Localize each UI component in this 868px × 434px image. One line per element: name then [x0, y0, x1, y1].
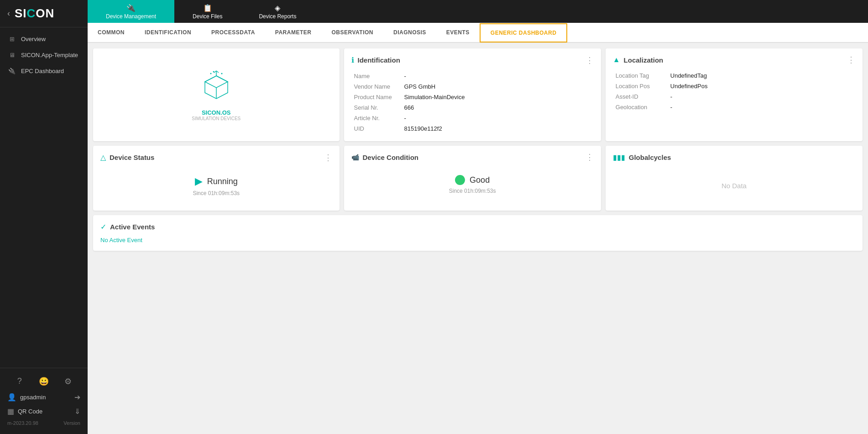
device-image-card: SICON.OS SIMULATION DEVICES [93, 48, 340, 141]
sidebar-item-sicon-app[interactable]: 🖥 SICON.App-Template [0, 47, 88, 63]
loc-field-label: Asset-ID [613, 91, 668, 102]
sidebar-nav: ⊞ Overview 🖥 SICON.App-Template 🔌 EPC Da… [0, 27, 88, 368]
loc-field-label: Geolocation [613, 102, 668, 112]
identification-title: Identification [358, 56, 400, 64]
play-icon: ▶ [195, 175, 203, 187]
sidebar-item-label: SICON.App-Template [21, 52, 78, 58]
sub-nav: COMMON IDENTIFICATION PROCESSDATA PARAME… [88, 23, 868, 43]
loc-table-row: Location TagUndefinedTag [613, 70, 855, 81]
localization-menu-button[interactable]: ⋮ [847, 56, 855, 64]
loc-table-row: Location PosUndefinedPos [613, 81, 855, 91]
loc-field-value: - [668, 102, 855, 112]
no-data-label: No Data [722, 182, 747, 190]
id-table-row: Product NameSimulation-MainDevice [351, 92, 594, 102]
header-tab-device-reports[interactable]: ◈ Device Reports [241, 0, 314, 23]
bottom-icons-row: ? 😀 ⚙ [0, 373, 88, 390]
identification-icon: ℹ [351, 56, 354, 64]
localization-table: Location TagUndefinedTagLocation PosUnde… [613, 70, 855, 112]
loc-field-value: UndefinedPos [668, 81, 855, 91]
tab-generic-dashboard[interactable]: GENERIC DASHBOARD [480, 23, 568, 42]
device-condition-icon: 📹 [351, 153, 359, 161]
help-icon[interactable]: ? [13, 376, 26, 386]
device-logo-sub: SIMULATION DEVICES [192, 116, 241, 121]
good-dot [455, 175, 465, 185]
version-row: m-2023.20.98 Version [0, 418, 88, 429]
sidebar-item-overview[interactable]: ⊞ Overview [0, 31, 88, 47]
id-field-label: Vendor Name [351, 81, 402, 92]
localization-card: ▲ Localization ⋮ Location TagUndefinedTa… [606, 48, 863, 141]
tab-diagnosis[interactable]: DIAGNOSIS [383, 23, 436, 42]
tab-common[interactable]: COMMON [88, 23, 135, 42]
status-label: Running [207, 177, 238, 186]
version-number: m-2023.20.98 [7, 420, 38, 426]
header-tab-device-management[interactable]: 🔌 Device Management [88, 0, 174, 23]
id-field-value: 815190e112f2 [402, 123, 594, 134]
identification-table: Name-Vendor NameGPS GmbHProduct NameSimu… [351, 71, 594, 134]
gear-icon[interactable]: ⚙ [62, 376, 74, 386]
condition-good: Good [455, 175, 490, 185]
sidebar-item-epc[interactable]: 🔌 EPC Dashboard [0, 63, 88, 79]
device-files-icon: 📋 [203, 4, 212, 12]
version-label: Version [63, 420, 80, 426]
id-field-label: Article Nr. [351, 113, 402, 123]
loc-field-label: Location Tag [613, 70, 668, 81]
tab-observation[interactable]: OBSERVATION [321, 23, 383, 42]
sidebar-logo: ‹ SICON [0, 0, 88, 27]
cards-row-2: △ Device Status ⋮ ▶ Running Since 01h:09… [93, 146, 863, 211]
status-running: ▶ Running [195, 175, 238, 187]
device-logo-name: SICON.OS [192, 109, 241, 116]
device-reports-icon: ◈ [275, 4, 280, 12]
id-field-label: UID [351, 123, 402, 134]
tab-processdata[interactable]: PROCESSDATA [201, 23, 265, 42]
active-events-title: Active Events [110, 223, 155, 231]
id-field-value: Simulation-MainDevice [402, 92, 594, 102]
username: gpsadmin [20, 394, 74, 401]
qr-label: QR Code [18, 408, 74, 415]
loc-table-row: Geolocation- [613, 102, 855, 112]
device-condition-header: 📹 Device Condition ⋮ [351, 153, 594, 161]
globalcycles-content: No Data [613, 168, 855, 203]
loc-field-value: - [668, 91, 855, 102]
back-arrow-icon[interactable]: ‹ [7, 9, 10, 18]
id-field-value: 666 [402, 102, 594, 113]
sidebar-item-label: EPC Dashboard [21, 68, 64, 74]
device-condition-card: 📹 Device Condition ⋮ Good Since 01h:09m:… [344, 146, 601, 211]
condition-since: Since 01h:09m:53s [449, 188, 496, 194]
svg-point-7 [213, 71, 214, 72]
device-status-header: △ Device Status ⋮ [100, 153, 332, 162]
id-field-value: - [402, 113, 594, 123]
identification-menu-button[interactable]: ⋮ [586, 56, 594, 64]
condition-content: Good Since 01h:09m:53s [351, 168, 594, 198]
localization-title: Localization [624, 56, 664, 64]
globalcycles-icon: ▮▮▮ [613, 153, 625, 162]
sidebar: ‹ SICON ⊞ Overview 🖥 SICON.App-Template … [0, 0, 88, 434]
top-header: 🔌 Device Management 📋 Device Files ◈ Dev… [88, 0, 868, 23]
device-condition-menu-button[interactable]: ⋮ [586, 153, 594, 161]
overview-icon: ⊞ [7, 36, 16, 42]
globalcycles-header: ▮▮▮ Globalcycles [613, 153, 855, 162]
localization-icon: ▲ [613, 56, 620, 64]
condition-label: Good [470, 175, 490, 185]
tab-events[interactable]: EVENTS [436, 23, 480, 42]
status-content: ▶ Running Since 01h:09m:53s [100, 168, 332, 200]
id-table-row: UID815190e112f2 [351, 123, 594, 134]
identification-card: ℹ Identification ⋮ Name-Vendor NameGPS G… [344, 48, 601, 141]
user-face-icon[interactable]: 😀 [37, 376, 50, 386]
plug-icon: 🔌 [7, 68, 16, 74]
globalcycles-card: ▮▮▮ Globalcycles No Data [606, 146, 863, 211]
logout-icon[interactable]: ➔ [74, 393, 80, 402]
device-reports-label: Device Reports [259, 13, 296, 20]
device-status-card: △ Device Status ⋮ ▶ Running Since 01h:09… [93, 146, 340, 211]
loc-field-value: UndefinedTag [668, 70, 855, 81]
svg-point-8 [221, 73, 222, 74]
sidebar-item-label: Overview [21, 36, 46, 42]
tab-identification[interactable]: IDENTIFICATION [135, 23, 201, 42]
tab-parameter[interactable]: PARAMETER [265, 23, 322, 42]
monitor-icon: 🖥 [7, 52, 16, 58]
header-tab-device-files[interactable]: 📋 Device Files [174, 0, 241, 23]
download-icon[interactable]: ⇓ [74, 407, 80, 416]
id-table-row: Name- [351, 71, 594, 81]
user-row: 👤 gpsadmin ➔ [0, 390, 88, 404]
device-status-menu-button[interactable]: ⋮ [324, 153, 332, 162]
id-table-row: Vendor NameGPS GmbH [351, 81, 594, 92]
